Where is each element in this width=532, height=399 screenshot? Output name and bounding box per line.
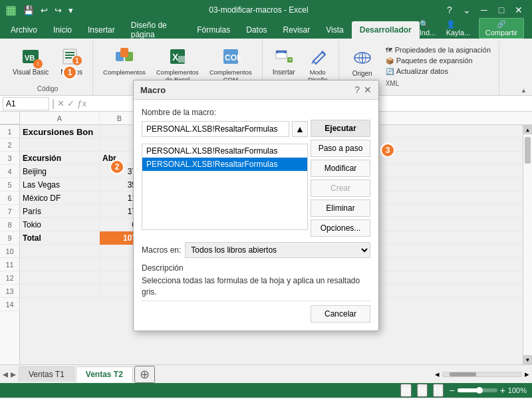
col-header-a[interactable]: A <box>20 112 100 125</box>
maximize-btn[interactable]: □ <box>493 2 509 18</box>
macro-list-item[interactable]: PERSONAL.XLSB!ResaltarFormulas <box>142 144 307 158</box>
share-btn[interactable]: 🔗 Compartir <box>479 18 524 39</box>
tab-inicio[interactable]: Inicio <box>45 21 80 39</box>
tab-ventas-t2[interactable]: Ventas T2 <box>76 366 133 382</box>
row-num-14[interactable]: 14 <box>0 298 19 311</box>
confirm-formula-icon[interactable]: ✓ <box>67 98 74 108</box>
row-num-6[interactable]: 6 <box>0 192 19 205</box>
cell-a2[interactable] <box>20 138 100 152</box>
crear-btn[interactable]: Crear <box>311 180 370 197</box>
normal-view-btn[interactable]: ▤ <box>400 384 412 397</box>
tab-ventas-t1[interactable]: Ventas T1 <box>19 366 74 382</box>
cell-a3[interactable]: Excursión <box>20 152 100 165</box>
tab-formulas[interactable]: Fórmulas <box>189 21 238 39</box>
tab-desarrollador[interactable]: Desarrollador <box>352 21 420 39</box>
cell-a8[interactable]: Tokio <box>20 218 100 231</box>
insertar-btn[interactable]: ab + Insertar <box>268 43 300 79</box>
tab-archivo[interactable]: Archivo <box>3 21 45 39</box>
row-num-7[interactable]: 7 <box>0 205 19 218</box>
hscroll-right-btn[interactable]: ▸ <box>525 369 529 379</box>
cell-a4[interactable]: Beijing <box>20 165 100 178</box>
row-num-5[interactable]: 5 <box>0 178 19 192</box>
scroll-track[interactable] <box>523 134 532 355</box>
row-num-11[interactable]: 11 <box>0 258 19 271</box>
cell-a5[interactable]: Las Vegas <box>20 178 100 192</box>
tab-revisar[interactable]: Revisar <box>275 21 319 39</box>
help-btn[interactable]: ? <box>442 2 458 18</box>
scroll-thumb[interactable] <box>525 137 531 164</box>
row-num-3[interactable]: 3 <box>0 152 19 165</box>
more-quick-btn[interactable]: ▾ <box>66 4 76 17</box>
tab-datos[interactable]: Datos <box>238 21 275 39</box>
row-num-2[interactable]: 2 <box>0 138 19 152</box>
cell-a7[interactable]: París <box>20 205 100 218</box>
page-layout-btn[interactable]: ⊞ <box>417 384 428 397</box>
prop-asignacion-link[interactable]: 🗺 Propiedades de la asignación <box>386 45 491 55</box>
macro-list-item-selected[interactable]: PERSONAL.XLSB!ResaltarFormulas <box>142 158 307 171</box>
complementos-btn[interactable]: Complementos <box>98 43 150 79</box>
modal-help-btn[interactable]: ? <box>354 84 360 95</box>
undo-quick-btn[interactable]: ↩ <box>38 4 51 17</box>
modificar-btn[interactable]: Modificar <box>311 160 370 177</box>
cell-a13[interactable] <box>20 285 100 298</box>
function-icon[interactable]: ƒx <box>77 98 86 108</box>
scroll-up-btn[interactable]: ▲ <box>523 125 532 134</box>
cell-a6[interactable]: México DF <box>20 192 100 205</box>
scroll-tabs-left-btn[interactable]: ◂ <box>3 368 8 380</box>
macro-list[interactable]: PERSONAL.XLSB!ResaltarFormulas PERSONAL.… <box>142 144 308 230</box>
cancelar-btn[interactable]: Cancelar <box>311 305 370 323</box>
hscroll-thumb[interactable] <box>450 372 476 376</box>
user-link[interactable]: 👤 Kayla... <box>446 20 473 37</box>
row-num-1[interactable]: 1 <box>0 125 19 138</box>
row-num-9[interactable]: 9 <box>0 231 19 245</box>
zoom-in-btn[interactable]: + <box>500 385 505 396</box>
redo-quick-btn[interactable]: ↪ <box>52 4 65 17</box>
page-break-btn[interactable]: ⊟ <box>433 384 444 397</box>
svg-line-23 <box>312 61 313 64</box>
tab-vista[interactable]: Vista <box>318 21 351 39</box>
minimize-btn[interactable]: ─ <box>476 2 492 18</box>
row-num-8[interactable]: 8 <box>0 218 19 231</box>
ind-link[interactable]: 🔍 Ind... <box>420 20 441 37</box>
origen-btn[interactable]: Origen <box>347 44 378 80</box>
tab-insertar[interactable]: Insertar <box>80 21 123 39</box>
macros-en-select[interactable]: Todos los libros abiertos Este libro PER… <box>185 242 370 258</box>
cell-a1[interactable]: Excursiones Bon <box>20 125 100 138</box>
cell-a9[interactable]: Total <box>20 231 100 245</box>
save-quick-btn[interactable]: 💾 <box>21 4 37 17</box>
row-num-13[interactable]: 13 <box>0 285 19 298</box>
horizontal-scrollbar[interactable] <box>442 372 522 377</box>
zoom-slider-thumb[interactable] <box>476 387 483 394</box>
cell-a11[interactable] <box>20 258 100 271</box>
hscroll-left-btn[interactable]: ◂ <box>435 369 440 379</box>
name-box[interactable] <box>3 97 49 110</box>
tab-diseno-pagina[interactable]: Diseño de página <box>123 21 189 39</box>
scroll-down-btn[interactable]: ▼ <box>523 355 532 364</box>
macro-upload-btn[interactable]: ▲ <box>292 121 308 137</box>
visual-basic-btn[interactable]: VB ! Visual Basic <box>8 43 53 79</box>
row-num-12[interactable]: 12 <box>0 271 19 285</box>
vb-label: Visual Basic <box>13 68 49 76</box>
add-sheet-btn[interactable]: ⊕ <box>134 366 155 383</box>
paso-a-paso-btn[interactable]: Paso a paso <box>311 140 370 157</box>
origen-label: Origen <box>352 70 372 77</box>
macro-name-input[interactable] <box>142 121 289 137</box>
modal-close-btn[interactable]: ✕ <box>364 84 372 95</box>
eliminar-btn[interactable]: Eliminar <box>311 200 370 217</box>
row-num-4[interactable]: 4 <box>0 165 19 178</box>
ejecutar-btn[interactable]: Ejecutar <box>311 120 370 137</box>
zoom-slider[interactable] <box>458 388 497 392</box>
close-btn[interactable]: ✕ <box>511 2 527 18</box>
opciones-btn[interactable]: Opciones... <box>311 219 370 237</box>
scroll-tabs-right-btn[interactable]: ▸ <box>11 368 16 380</box>
paquetes-expansion-link[interactable]: 📦 Paquetes de expansión <box>386 56 491 65</box>
actualizar-datos-link[interactable]: 🔄 Actualizar datos <box>386 66 491 76</box>
zoom-out-btn[interactable]: − <box>449 385 454 396</box>
cancel-formula-icon[interactable]: ✕ <box>57 98 65 108</box>
cell-a12[interactable] <box>20 271 100 285</box>
row-num-10[interactable]: 10 <box>0 245 19 258</box>
ribbon-collapse-btn[interactable]: ⌄ <box>459 2 475 18</box>
cell-a10[interactable] <box>20 245 100 258</box>
ribbon-expand-btn[interactable]: ▲ <box>521 87 527 94</box>
vertical-scrollbar[interactable]: ▲ ▼ <box>523 125 532 364</box>
